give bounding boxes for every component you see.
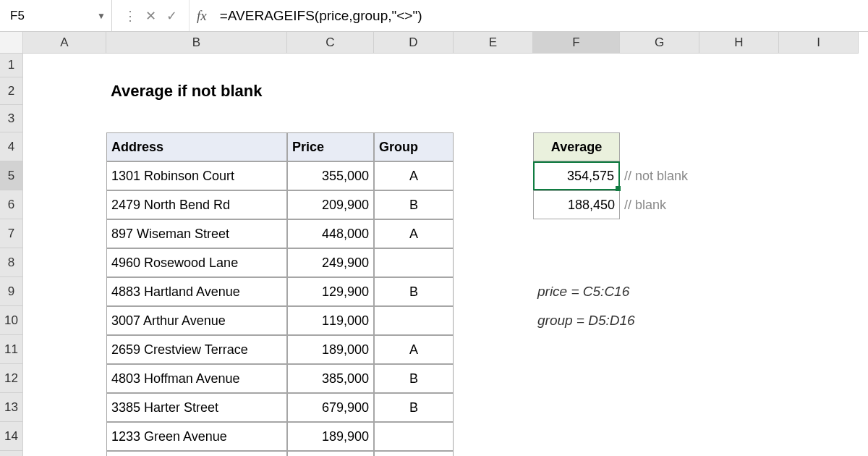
cell-price[interactable]: 679,900 xyxy=(287,393,374,422)
cell-address[interactable]: 326 Sunnydale Avenue xyxy=(106,451,287,456)
col-header-B[interactable]: B xyxy=(106,32,287,54)
cell-address[interactable]: 4960 Rosewood Lane xyxy=(106,248,287,277)
row-gutter: 123456789101112131415 xyxy=(0,32,23,456)
row-header-14[interactable]: 14 xyxy=(0,422,23,451)
comment-blank: // blank xyxy=(620,190,765,219)
row-header-2[interactable]: 2 xyxy=(0,77,23,105)
row-header-9[interactable]: 9 xyxy=(0,277,23,306)
cell-address[interactable]: 4803 Hoffman Avenue xyxy=(106,364,287,393)
formula-text: =AVERAGEIFS(price,group,"<>") xyxy=(220,8,422,24)
cell-group[interactable]: A xyxy=(374,219,454,248)
row-header-12[interactable]: 12 xyxy=(0,364,23,393)
row-header-3[interactable]: 3 xyxy=(0,105,23,132)
cell-address[interactable]: 897 Wiseman Street xyxy=(106,219,287,248)
chevron-down-icon[interactable]: ▼ xyxy=(97,11,106,21)
formula-bar: F5 ▼ ⋮ ✕ ✓ fx =AVERAGEIFS(price,group,"<… xyxy=(0,0,868,32)
cell-group[interactable] xyxy=(374,248,454,277)
cell-group[interactable]: B xyxy=(374,190,454,219)
cell-address[interactable]: 4883 Hartland Avenue xyxy=(106,277,287,306)
name-box[interactable]: F5 ▼ xyxy=(0,0,112,31)
table-header-price[interactable]: Price xyxy=(287,132,374,161)
cell-address[interactable]: 2479 North Bend Rd xyxy=(106,190,287,219)
col-header-I[interactable]: I xyxy=(779,32,859,54)
col-header-D[interactable]: D xyxy=(374,32,454,54)
col-header-G[interactable]: G xyxy=(620,32,699,54)
col-header-E[interactable]: E xyxy=(454,32,533,54)
row-header-6[interactable]: 6 xyxy=(0,190,23,219)
cell-address[interactable]: 3385 Harter Street xyxy=(106,393,287,422)
cell-address[interactable]: 1233 Green Avenue xyxy=(106,422,287,451)
formula-controls: ⋮ ✕ ✓ xyxy=(112,0,190,31)
col-header-A[interactable]: A xyxy=(23,32,106,54)
cell-group[interactable]: B xyxy=(374,393,454,422)
row-header-11[interactable]: 11 xyxy=(0,335,23,364)
cell-price[interactable]: 209,900 xyxy=(287,190,374,219)
row-header-4[interactable]: 4 xyxy=(0,132,23,161)
cancel-icon[interactable]: ✕ xyxy=(145,8,156,24)
row-header-8[interactable]: 8 xyxy=(0,248,23,277)
formula-input[interactable]: =AVERAGEIFS(price,group,"<>") xyxy=(211,0,868,31)
row-header-10[interactable]: 10 xyxy=(0,306,23,335)
cell-price[interactable]: 249,900 xyxy=(287,248,374,277)
col-header-C[interactable]: C xyxy=(287,32,374,54)
col-header-F[interactable]: F xyxy=(533,32,620,54)
fx-icon[interactable]: fx xyxy=(190,8,211,24)
row-header-7[interactable]: 7 xyxy=(0,219,23,248)
name-box-value: F5 xyxy=(10,9,25,23)
cell-address[interactable]: 3007 Arthur Avenue xyxy=(106,306,287,335)
average-blank[interactable]: 188,450 xyxy=(533,190,620,219)
cell-group[interactable] xyxy=(374,451,454,456)
cell-price[interactable]: 355,000 xyxy=(287,161,374,190)
named-range-price: price = C5:C16 xyxy=(533,277,750,306)
cell-price[interactable]: 129,900 xyxy=(287,277,374,306)
row-header-1[interactable]: 1 xyxy=(0,54,23,77)
cell-price[interactable]: 189,900 xyxy=(287,422,374,451)
page-title: Average if not blank xyxy=(106,77,396,105)
row-header-13[interactable]: 13 xyxy=(0,393,23,422)
cell-address[interactable]: 2659 Crestview Terrace xyxy=(106,335,287,364)
cell-price[interactable]: 189,000 xyxy=(287,335,374,364)
cell-group[interactable]: B xyxy=(374,277,454,306)
row-header-15[interactable]: 15 xyxy=(0,451,23,456)
col-header-H[interactable]: H xyxy=(699,32,779,54)
table-header-address[interactable]: Address xyxy=(106,132,287,161)
cell-group[interactable] xyxy=(374,306,454,335)
cell-group[interactable]: A xyxy=(374,335,454,364)
row-header-5[interactable]: 5 xyxy=(0,161,23,190)
fill-handle[interactable] xyxy=(616,186,621,191)
confirm-icon[interactable]: ✓ xyxy=(166,8,177,24)
cell-price[interactable]: 119,000 xyxy=(287,306,374,335)
select-all-corner[interactable] xyxy=(0,32,23,54)
grid: 123456789101112131415 ABCDEFGHI Average … xyxy=(0,32,868,456)
dots-icon[interactable]: ⋮ xyxy=(124,8,135,24)
cell-group[interactable]: A xyxy=(374,161,454,190)
comment-not-blank: // not blank xyxy=(620,161,765,190)
grid-body: ABCDEFGHI Average if not blankAddressPri… xyxy=(23,32,868,456)
average-header[interactable]: Average xyxy=(533,132,620,161)
cell-price[interactable]: 448,000 xyxy=(287,219,374,248)
cell-price[interactable]: 385,000 xyxy=(287,364,374,393)
cell-group[interactable] xyxy=(374,422,454,451)
table-header-group[interactable]: Group xyxy=(374,132,454,161)
cell-address[interactable]: 1301 Robinson Court xyxy=(106,161,287,190)
cell-group[interactable]: B xyxy=(374,364,454,393)
average-not-blank[interactable]: 354,575 xyxy=(533,161,620,190)
cell-price[interactable]: 195,000 xyxy=(287,451,374,456)
named-range-group: group = D5:D16 xyxy=(533,306,750,335)
